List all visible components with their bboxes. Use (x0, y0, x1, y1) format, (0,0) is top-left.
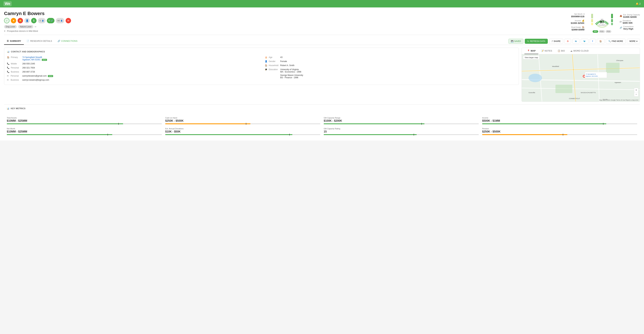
svg-rect-0 (591, 14, 593, 18)
badge-dollar[interactable]: $ (31, 18, 36, 23)
donations-metric-value: $10K - $50K (165, 130, 320, 133)
contact-business-phone: 📞 Business 260-897-3726 (7, 70, 258, 74)
badge-ic1[interactable]: IC 👤 (38, 18, 46, 23)
refresh-icon: ↻ (527, 40, 529, 42)
primary-icon: 🏠 (7, 56, 10, 58)
top-navigation: We 🔔 2 (0, 0, 644, 7)
svg-text:Chicopee: Chicopee (616, 59, 623, 61)
badge-star[interactable]: ★ (11, 18, 16, 23)
map-tab-notes-label: NOTES (544, 49, 552, 52)
home-button[interactable]: 🏠 (597, 39, 604, 44)
income-icon: 💰 (582, 19, 584, 22)
business-phone-value: 260-897-3726 (22, 71, 35, 73)
stat-real-estate: Real Estate 🏠 $2MM-$5MM (571, 26, 584, 31)
business-phone-icon: 📞 (7, 71, 10, 73)
zoom-in-button[interactable]: + (634, 88, 638, 92)
badge-user[interactable]: 👤 (24, 18, 30, 23)
more-label: MORE (630, 40, 636, 42)
pension-bar (482, 134, 637, 135)
mobile-value: 260-555-2345 (22, 62, 35, 65)
metrics-icon: 📊 (7, 107, 10, 110)
map-tab-map[interactable]: 📍 MAP (524, 48, 538, 54)
ws-pill-ws[interactable]: WS (592, 30, 598, 33)
metric-income: Income $500K - $1MM (482, 117, 637, 124)
profile-stats-section: Net Worth ℹ $500MM-$1B Income 💰 $100K-$2… (571, 11, 640, 33)
income-metric-value: $500K - $1MM (482, 119, 637, 122)
badge-alert[interactable]: 🔔 (18, 18, 23, 23)
contact-business-email: ✉ Business camryn.bowers@iegroup.com (7, 78, 258, 82)
google-button[interactable]: G (564, 39, 571, 44)
personal-phone-icon: 📞 (7, 67, 10, 69)
giving-capacity-label: Est. Giving Capacity (623, 14, 640, 16)
demo-gender: 👤 Gender Female (265, 59, 516, 63)
find-more-button[interactable]: 🔍 FIND MORE (606, 39, 626, 44)
connections-icon: 🔗 (620, 26, 622, 29)
facebook-button[interactable]: f (590, 39, 596, 44)
badge-ic2[interactable]: IC 🔗 (47, 18, 54, 23)
demo-household: 🏠 Household Robert A. Smith (265, 63, 516, 67)
saved-button[interactable]: 💾 SAVED (508, 39, 524, 44)
map-tab-bio[interactable]: 📋 BIO (555, 48, 568, 54)
right-stats: 📤 Est. Giving Capacity $100K-$200K 🏷 Don… (620, 14, 640, 30)
gift-rating-value: 15 (324, 130, 479, 133)
cash-fill (165, 123, 250, 124)
tab-research[interactable]: 📄 RESEARCH DETAILS (24, 38, 55, 45)
view-larger-map-button[interactable]: View larger map (523, 56, 540, 59)
edu-1-degree: MA - Economics - 1998 (280, 71, 303, 73)
stat-giving-capacity: 📤 Est. Giving Capacity $100K-$200K (620, 14, 640, 18)
tab-connections[interactable]: 🔗 CONNECTIONS (55, 38, 80, 45)
personal-email-value: camrynbowers@gmail.com NEW (22, 75, 53, 77)
gift-rating-marker (414, 134, 414, 136)
svg-rect-20 (556, 85, 572, 93)
svg-text:Westfield: Westfield (552, 65, 559, 67)
map-container: Chicopee Westfield Granville Agawam MASS… (522, 54, 640, 102)
pension-label: Pension (482, 128, 637, 130)
tag-edit-icon[interactable]: ✏ (35, 25, 36, 28)
refresh-button[interactable]: ↻ REFRESH DATA (525, 39, 548, 44)
svg-text:MASSACHUSETTS: MASSACHUSETTS (581, 92, 596, 93)
net-worth-icon: ℹ (584, 13, 584, 15)
edu-2-degree: BS - Finance - 1996 (280, 76, 303, 79)
gift-range-label: Gift Capacity Range (324, 117, 479, 119)
map-tab-notes[interactable]: 📝 NOTES (538, 48, 555, 54)
net-worth-bar (7, 134, 162, 135)
badge-md[interactable]: MD 👤 (56, 18, 64, 23)
map-tab-wc-icon: ☁ (570, 49, 572, 52)
map-tab-word-cloud[interactable]: ☁ WORD CLOUD (568, 48, 591, 54)
notification-bell[interactable]: 🔔 2 (636, 2, 640, 5)
breadcrumb: ≡ Prospective donors in Mid-West (4, 30, 71, 32)
donations-marker (289, 134, 290, 136)
metric-cash: Cash on Hand $250K - $500K (165, 117, 320, 124)
total-assets-bar (7, 123, 162, 124)
gender-icon: 👤 (265, 60, 268, 62)
ws-pill-p2g[interactable]: P2G (599, 30, 605, 33)
svg-text:74 Springfield St,: 74 Springfield St, (586, 73, 596, 75)
svg-rect-5 (611, 23, 613, 25)
tab-bar: ☰ SUMMARY 📄 RESEARCH DETAILS 🔗 CONNECTIO… (4, 38, 640, 45)
tab-summary[interactable]: ☰ SUMMARY (4, 38, 24, 45)
primary-address: 74 Springfield StreetBAgawam, MA 01001 N… (22, 56, 47, 61)
badge-check[interactable]: ✓ (4, 18, 10, 23)
giving-capacity-icon: 📤 (620, 15, 622, 17)
age-icon: 🎂 (265, 56, 268, 58)
real-estate-label: Real Estate (571, 26, 581, 28)
right-panel: 📍 MAP 📝 NOTES 📋 BIO ☁ WORD CLOUD (522, 48, 640, 104)
income-value: $100K-$250K (571, 22, 584, 24)
total-assets-marker (118, 123, 119, 125)
linkedin-button[interactable]: in (572, 39, 580, 44)
primary-new-badge: NEW (42, 59, 47, 61)
badge-email[interactable]: ✉ (66, 18, 71, 23)
more-button[interactable]: MORE ▾ (627, 39, 640, 44)
ws-pill-p2s[interactable]: P2S (606, 30, 612, 33)
net-worth-fill (7, 134, 112, 135)
zoom-out-button[interactable]: − (634, 92, 638, 96)
main-tabs: ☰ SUMMARY 📄 RESEARCH DETAILS 🔗 CONNECTIO… (4, 38, 80, 45)
connections-label: Connections (623, 25, 634, 27)
metric-gift-range: Gift Capacity Range $100K - $200K (324, 117, 479, 124)
metric-donations: Est. Annual Donations $10K - $50K (165, 128, 320, 135)
share-button[interactable]: ⤴ SHARE (549, 39, 563, 44)
total-assets-value: $10MM - $25MM (7, 119, 162, 122)
metrics-grid: Total Assets $10MM - $25MM Cash on Hand … (4, 114, 640, 138)
twitter-button[interactable]: 🐦 (581, 39, 588, 44)
map-tab-map-label: MAP (531, 49, 536, 52)
